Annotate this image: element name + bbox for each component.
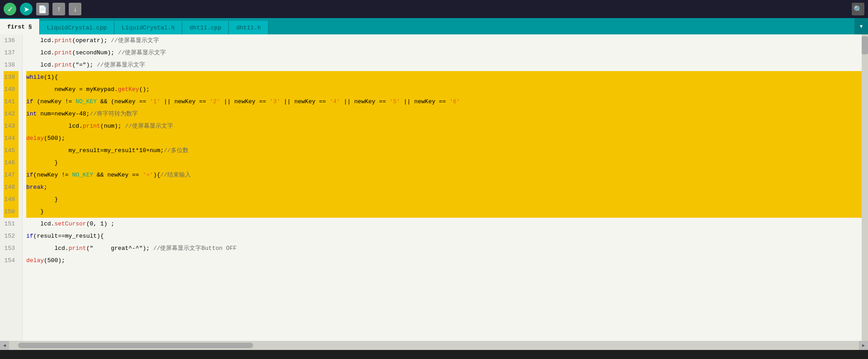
code-line-141: if (newKey != NO_KEY && (newKey == '1' |… [26,96,868,108]
tab-liquidcrystal-h[interactable]: LiquidCrystal.h [114,21,182,34]
tab-dht11-cpp-label: dht11.cpp [189,24,221,31]
line-number-143: 143 [4,120,19,132]
line-number-153: 153 [4,242,19,254]
tab-first-label: first § [7,24,32,30]
scroll-left-button[interactable]: ◀ [0,341,9,350]
line-number-151: 151 [4,218,19,230]
code-line-137: lcd.print(secondNum); //使屏幕显示文字 [26,47,868,59]
line-number-152: 152 [4,230,19,242]
line-number-137: 137 [4,47,19,59]
verify-button[interactable]: ✓ [4,3,16,15]
scroll-right-button[interactable]: ▶ [859,341,868,350]
tab-liquidcrystal-h-label: LiquidCrystal.h [122,24,175,31]
tab-dht11-h[interactable]: dht11.h [229,21,269,34]
horizontal-scrollbar[interactable]: ◀ ▶ [0,341,868,350]
search-button[interactable]: 🔍 [852,3,864,15]
code-editor: 1361371381391401411421431441451461471481… [0,34,868,350]
tab-liquidcrystal-cpp-label: LiquidCrystal.cpp [47,24,107,31]
code-line-152: if(result==my_result){ [26,230,868,242]
code-line-143: lcd.print(num); //使屏幕显示文字 [26,120,868,132]
scrollbar-thumb[interactable] [18,343,253,348]
upload-button[interactable]: ➤ [20,3,33,15]
code-line-148: break; [26,181,868,193]
vertical-scrollbar[interactable] [862,34,868,341]
tab-dropdown-button[interactable]: ▾ [854,18,868,34]
code-line-151: lcd.setCursor(0, 1) ; [26,218,868,230]
code-line-142: int num=newKey-48;//将字符转为数字 [26,108,868,120]
line-number-139: 139 [4,71,19,83]
code-line-147: if(newKey != NO_KEY && newKey == '='){//… [26,169,868,181]
code-line-144: delay(500); [26,132,868,144]
code-line-145: my_result=my_result*10+num;//多位数 [26,144,868,157]
scrollbar-track [18,343,850,348]
line-number-144: 144 [4,132,19,144]
save-button[interactable]: ↓ [69,3,81,15]
code-line-153: lcd.print(" great^-^"); //使屏幕显示文字Button … [26,242,868,254]
code-line-150: } [26,206,868,218]
line-number-141: 141 [4,96,19,108]
code-lines[interactable]: lcd.print(operatr); //使屏幕显示文字 lcd.print(… [23,34,868,341]
line-number-140: 140 [4,83,19,96]
tab-dht11-cpp[interactable]: dht11.cpp [182,21,229,34]
vertical-scrollbar-thumb[interactable] [862,36,868,54]
line-number-154: 154 [4,254,19,267]
line-number-147: 147 [4,169,19,181]
code-line-154: delay(500); [26,254,868,267]
code-line-146: } [26,157,868,169]
code-line-136: lcd.print(operatr); //使屏幕显示文字 [26,34,868,47]
open-button[interactable]: ↑ [52,3,65,15]
code-line-139: while(1){ [26,71,868,83]
tab-first[interactable]: first § [0,19,40,34]
line-number-150: 150 [4,206,19,218]
titlebar: ✓ ➤ 📄 ↑ ↓ 🔍 [0,0,868,18]
line-number-142: 142 [4,108,19,120]
line-number-148: 148 [4,181,19,193]
line-number-136: 136 [4,34,19,47]
line-number-146: 146 [4,157,19,169]
line-number-149: 149 [4,193,19,206]
line-numbers: 1361371381391401411421431441451461471481… [0,34,23,341]
code-line-138: lcd.print("="); //使屏幕显示文字 [26,59,868,71]
new-button[interactable]: 📄 [36,3,49,15]
code-line-149: } [26,193,868,206]
tabbar: first § LiquidCrystal.cpp LiquidCrystal.… [0,18,868,34]
tab-liquidcrystal-cpp[interactable]: LiquidCrystal.cpp [40,21,115,34]
code-line-140: newKey = myKeypad.getKey(); [26,83,868,96]
line-number-138: 138 [4,59,19,71]
code-area: 1361371381391401411421431441451461471481… [0,34,868,341]
line-number-145: 145 [4,144,19,157]
tab-dht11-h-label: dht11.h [236,24,261,31]
